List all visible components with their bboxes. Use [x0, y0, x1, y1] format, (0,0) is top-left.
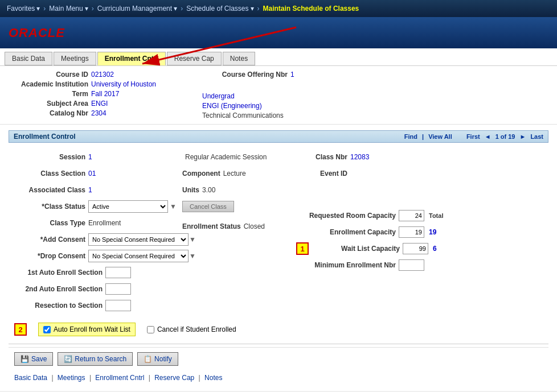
- add-consent-label: *Add Consent: [11, 236, 85, 244]
- min-enrollment-input[interactable]: [399, 259, 424, 271]
- catalog-nbr-row: Catalog Nbr 2304: [9, 109, 179, 117]
- form-middle-column: Regular Academic Session Component Lectu…: [179, 150, 293, 315]
- page-info: 1 of 19: [495, 133, 515, 140]
- find-link[interactable]: Find: [404, 133, 417, 140]
- add-consent-select[interactable]: No Special Consent Required Instructor C…: [88, 233, 189, 246]
- session-desc-value: Regular Academic Session: [185, 153, 267, 161]
- nav-main-menu[interactable]: Main Menu ▾: [47, 5, 90, 13]
- auto-enroll-2-input[interactable]: [105, 283, 131, 295]
- wait-list-cap-input[interactable]: [403, 243, 428, 254]
- class-section-label: Class Section: [11, 170, 85, 178]
- tab-basic-data[interactable]: Basic Data: [5, 52, 52, 65]
- tab-meetings[interactable]: Meetings: [54, 52, 96, 65]
- bottom-buttons: 💾 Save 🔄 Return to Search 📋 Notify: [9, 347, 548, 370]
- term-row: Term Fall 2017: [9, 90, 179, 98]
- tab-reserve-cap[interactable]: Reserve Cap: [167, 52, 222, 65]
- annotation-badge-1: 1: [296, 242, 309, 255]
- auto-enroll-2-label: 2nd Auto Enroll Section: [11, 285, 103, 293]
- footer-meetings-link[interactable]: Meetings: [58, 374, 85, 382]
- course-id-label: Course ID: [9, 71, 88, 79]
- footer-reserve-cap-link[interactable]: Reserve Cap: [154, 374, 194, 382]
- associated-class-value: 1: [88, 186, 92, 194]
- first-link[interactable]: First: [466, 133, 480, 140]
- requested-room-cap-input[interactable]: [399, 210, 424, 221]
- academic-institution-label: Academic Institution: [9, 80, 88, 88]
- cancel-if-enrolled-checkbox[interactable]: [147, 326, 154, 333]
- component-row: Component Lecture: [182, 167, 290, 180]
- enrollment-status-label: Enrollment Status: [182, 222, 241, 230]
- footer-notes-link[interactable]: Notes: [204, 374, 222, 382]
- nav-sep-1: ›: [43, 5, 46, 13]
- section-navigation: Find | View All First ◄ 1 of 19 ► Last: [404, 133, 543, 140]
- associated-class-row: Associated Class 1: [11, 183, 177, 197]
- class-status-label: *Class Status: [11, 203, 85, 211]
- drop-consent-select[interactable]: No Special Consent Required Instructor C…: [88, 250, 189, 262]
- catalog-desc-row: Technical Communications: [202, 112, 294, 119]
- nav-sep-3: ›: [181, 5, 183, 13]
- catalog-nbr-label: Catalog Nbr: [9, 109, 88, 117]
- class-nbr-label: Class Nbr: [296, 153, 347, 161]
- save-label: Save: [31, 355, 47, 363]
- subject-area-row: Subject Area ENGI: [9, 100, 179, 108]
- units-value: 3.00: [202, 186, 215, 194]
- nav-curriculum-management[interactable]: Curriculum Management ▾: [95, 5, 179, 13]
- enrollment-status-value: Closed: [244, 222, 265, 230]
- notify-button[interactable]: 📋 Notify: [137, 352, 178, 366]
- subject-desc-value: ENGI (Engineering): [202, 102, 262, 110]
- tab-enrollment-cntrl[interactable]: Enrollment Cntrl: [97, 52, 166, 65]
- return-to-search-button[interactable]: 🔄 Return to Search: [58, 352, 133, 366]
- academic-institution-value: University of Houston: [91, 80, 156, 88]
- footer-basic-data-link[interactable]: Basic Data: [14, 374, 47, 382]
- notify-label: Notify: [154, 355, 172, 363]
- enrollment-cap-input[interactable]: [399, 226, 424, 238]
- oracle-logo: ORACLE: [9, 26, 65, 40]
- course-offering-value: 1: [290, 71, 294, 79]
- session-row: Session 1: [11, 150, 177, 164]
- view-all-link[interactable]: View All: [428, 133, 452, 140]
- nav-favorites[interactable]: Favorites ▾: [5, 5, 42, 13]
- nav-schedule-of-classes[interactable]: Schedule of Classes ▾: [184, 5, 256, 13]
- auto-enroll-wait-checkbox[interactable]: [43, 326, 51, 333]
- drop-consent-label: *Drop Consent: [11, 252, 85, 260]
- class-nbr-value: 12083: [350, 153, 369, 161]
- course-offering-row: Course Offering Nbr 1: [202, 71, 294, 79]
- last-link[interactable]: Last: [530, 133, 543, 140]
- footer-enrollment-cntrl-link[interactable]: Enrollment Cntrl: [95, 374, 144, 382]
- return-to-search-label: Return to Search: [75, 355, 126, 363]
- term-value: Fall 2017: [91, 90, 119, 98]
- auto-enroll-1-row: 1st Auto Enroll Section: [11, 266, 177, 279]
- cancel-if-enrolled-item: Cancel if Student Enrolled: [147, 325, 236, 333]
- annotation-badge-2: 2: [14, 323, 27, 336]
- save-button[interactable]: 💾 Save: [14, 352, 53, 366]
- tab-notes[interactable]: Notes: [223, 52, 255, 65]
- top-navigation: Favorites ▾ › Main Menu ▾ › Curriculum M…: [0, 0, 557, 17]
- enrollment-cap-label: Enrollment Capacity: [296, 228, 396, 236]
- subject-desc-row: ENGI (Engineering): [202, 102, 294, 110]
- auto-enroll-2-row: 2nd Auto Enroll Section: [11, 282, 177, 296]
- term-label: Term: [9, 90, 88, 98]
- subject-area-value: ENGI: [91, 100, 108, 108]
- main-content: Enrollment Control Find | View All First…: [0, 125, 557, 391]
- class-nbr-row: Class Nbr 12083: [296, 150, 546, 164]
- event-id-label: Event ID: [296, 170, 347, 178]
- total-label: Total: [429, 212, 443, 219]
- return-icon: 🔄: [64, 355, 72, 363]
- nav-sep-4: ›: [257, 5, 260, 13]
- enrollment-cap-row: Enrollment Capacity 19: [296, 225, 546, 239]
- event-id-row: Event ID: [296, 167, 546, 180]
- save-icon: 💾: [21, 355, 29, 363]
- class-type-row: Class Type Enrollment: [11, 216, 177, 230]
- academic-institution-row: Academic Institution University of Houst…: [9, 80, 179, 88]
- term-type-row: Undergrad: [202, 92, 294, 100]
- class-status-select[interactable]: Active Cancelled Section Stop Further En…: [88, 200, 168, 213]
- class-type-value: Enrollment: [88, 219, 121, 227]
- cancel-class-button[interactable]: Cancel Class: [182, 201, 234, 212]
- enrollment-control-header: Enrollment Control Find | View All First…: [9, 130, 548, 143]
- term-type-value: Undergrad: [202, 92, 235, 100]
- resection-input[interactable]: [105, 300, 131, 311]
- auto-enroll-1-input[interactable]: [105, 267, 131, 278]
- enrollment-status-row: Enrollment Status Closed: [182, 220, 290, 233]
- course-id-row: Course ID 021302: [9, 71, 179, 79]
- class-section-value: 01: [88, 170, 96, 178]
- footer-nav: Basic Data | Meetings | Enrollment Cntrl…: [9, 370, 548, 385]
